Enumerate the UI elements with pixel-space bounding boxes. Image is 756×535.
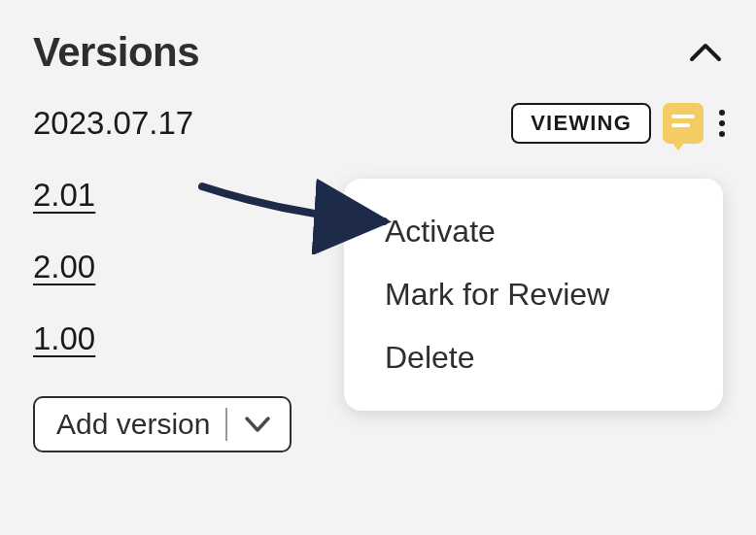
version-context-menu: Activate Mark for Review Delete [344, 179, 723, 411]
version-actions-menu-button[interactable] [715, 104, 729, 143]
chevron-up-icon [688, 42, 723, 63]
version-link[interactable]: 1.00 [33, 320, 95, 357]
viewing-badge: VIEWING [511, 103, 651, 144]
comment-lines-icon [671, 115, 695, 132]
kebab-dot-icon [719, 120, 725, 126]
current-version-label: 2023.07.17 [33, 105, 193, 142]
collapse-toggle[interactable] [682, 36, 729, 69]
kebab-dot-icon [719, 110, 725, 116]
add-version-label: Add version [56, 408, 210, 441]
menu-item-delete[interactable]: Delete [344, 326, 723, 389]
versions-title: Versions [33, 29, 199, 76]
menu-item-activate[interactable]: Activate [344, 200, 723, 263]
chevron-down-icon [243, 415, 272, 434]
add-version-button[interactable]: Add version [33, 396, 292, 452]
version-link[interactable]: 2.01 [33, 177, 95, 214]
kebab-dot-icon [719, 131, 725, 137]
comment-icon[interactable] [663, 103, 704, 144]
menu-item-mark-for-review[interactable]: Mark for Review [344, 263, 723, 326]
divider [225, 408, 227, 441]
version-link[interactable]: 2.00 [33, 249, 95, 285]
